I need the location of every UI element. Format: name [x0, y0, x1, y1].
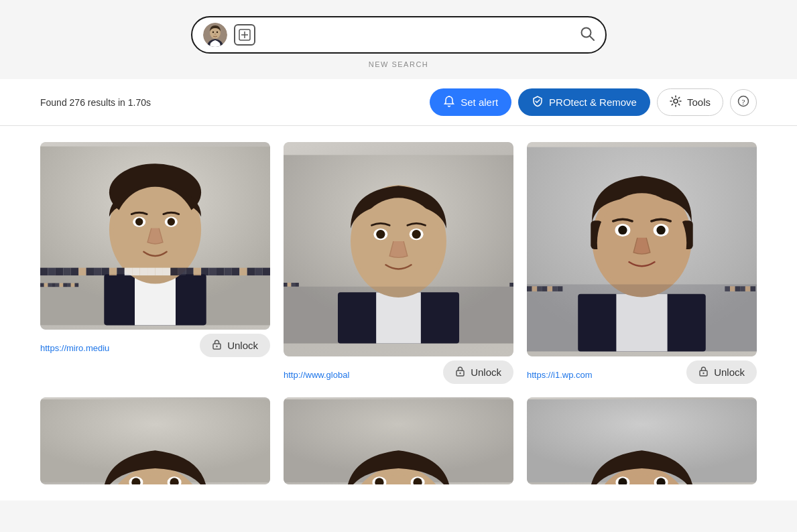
svg-point-97	[656, 226, 665, 235]
svg-rect-102	[542, 286, 548, 291]
svg-point-96	[618, 226, 627, 235]
search-avatar	[203, 23, 227, 47]
svg-point-113	[702, 373, 704, 374]
svg-rect-80	[288, 283, 292, 287]
svg-rect-100	[532, 286, 538, 291]
svg-rect-55	[263, 268, 270, 275]
svg-point-24	[135, 218, 143, 225]
svg-rect-33	[94, 268, 101, 275]
image-grid: https://miro.mediu Unlock	[40, 142, 757, 484]
new-search-label[interactable]: NEW SEARCH	[369, 60, 429, 68]
results-text: Found 276 results in 1.70s	[40, 97, 151, 108]
main-content: https://miro.mediu Unlock	[0, 126, 797, 501]
svg-rect-63	[63, 283, 67, 287]
svg-rect-49	[217, 268, 224, 275]
svg-rect-57	[40, 283, 44, 287]
svg-rect-44	[178, 268, 186, 275]
svg-rect-65	[71, 283, 75, 287]
svg-rect-101	[537, 286, 542, 291]
toolbar: Found 276 results in 1.70s Set alert P	[0, 79, 797, 126]
image-card	[284, 397, 513, 484]
gear-icon	[670, 95, 682, 109]
add-image-button[interactable]	[234, 24, 255, 46]
card-footer: https://miro.mediu Unlock	[40, 334, 270, 357]
svg-rect-84	[284, 287, 513, 344]
svg-rect-36	[117, 268, 124, 275]
header: NEW SEARCH	[0, 0, 797, 79]
image-card: http://www.global Unlock	[284, 142, 513, 384]
lock-icon	[212, 339, 222, 352]
svg-rect-103	[547, 286, 552, 291]
svg-rect-27	[48, 268, 55, 275]
protect-label: PROtect & Remove	[549, 96, 637, 108]
svg-rect-81	[291, 283, 295, 287]
image-url: https://miro.mediu	[40, 343, 109, 353]
protect-remove-button[interactable]: PROtect & Remove	[518, 88, 650, 116]
image-placeholder	[40, 142, 270, 330]
image-placeholder	[527, 142, 757, 356]
svg-point-77	[376, 230, 385, 239]
svg-rect-50	[224, 268, 231, 275]
svg-rect-53	[247, 268, 255, 275]
unlock-label: Unlock	[714, 367, 745, 378]
svg-point-12	[674, 99, 678, 103]
unlock-button[interactable]: Unlock	[443, 360, 513, 384]
set-alert-label: Set alert	[461, 96, 498, 108]
svg-rect-104	[552, 286, 558, 291]
image-wrapper	[527, 397, 757, 484]
svg-rect-51	[232, 268, 239, 275]
search-icon[interactable]	[580, 26, 595, 44]
svg-rect-45	[186, 268, 193, 275]
image-wrapper	[284, 397, 513, 484]
svg-point-86	[459, 373, 461, 374]
image-placeholder	[284, 397, 513, 484]
svg-rect-106	[725, 286, 730, 291]
lock-icon	[455, 366, 465, 379]
help-button[interactable]: ?	[730, 89, 757, 116]
unlock-button[interactable]: Unlock	[686, 360, 757, 384]
image-placeholder	[284, 142, 513, 356]
svg-rect-31	[78, 268, 86, 275]
image-wrapper	[284, 142, 513, 356]
svg-rect-35	[109, 268, 117, 275]
svg-rect-109	[740, 286, 745, 291]
svg-point-78	[412, 230, 421, 239]
svg-point-4	[216, 31, 217, 33]
svg-rect-30	[71, 268, 78, 275]
tools-button[interactable]: Tools	[657, 88, 723, 116]
image-url: http://www.global	[284, 370, 349, 380]
svg-rect-39	[140, 268, 147, 275]
svg-rect-79	[284, 283, 288, 287]
svg-rect-29	[63, 268, 70, 275]
svg-rect-52	[239, 268, 247, 275]
svg-rect-83	[509, 283, 513, 287]
image-url: https://i1.wp.com	[527, 370, 593, 380]
image-card: https://miro.mediu Unlock	[40, 142, 270, 384]
svg-rect-54	[255, 268, 262, 275]
svg-point-25	[168, 218, 175, 225]
svg-rect-111	[750, 286, 755, 291]
svg-rect-41	[156, 268, 163, 275]
toolbar-actions: Set alert PROtect & Remove Tools	[430, 88, 757, 116]
svg-rect-37	[125, 268, 132, 275]
svg-rect-108	[735, 286, 741, 291]
lock-icon	[698, 366, 709, 379]
search-input[interactable]	[262, 29, 573, 41]
svg-rect-61	[56, 283, 60, 287]
svg-rect-47	[201, 268, 208, 275]
set-alert-button[interactable]: Set alert	[430, 88, 511, 116]
svg-rect-34	[101, 268, 109, 275]
svg-rect-107	[730, 286, 735, 291]
svg-rect-48	[209, 268, 217, 275]
svg-rect-59	[48, 283, 52, 287]
svg-point-3	[212, 31, 213, 33]
unlock-button[interactable]: Unlock	[200, 334, 270, 357]
svg-rect-26	[40, 268, 48, 275]
tools-label: Tools	[687, 96, 711, 108]
svg-line-10	[590, 36, 594, 40]
svg-rect-46	[194, 268, 201, 275]
card-footer: https://i1.wp.com Unlock	[527, 360, 757, 384]
shield-icon	[532, 95, 544, 109]
svg-rect-42	[163, 268, 170, 275]
search-bar	[191, 16, 607, 54]
